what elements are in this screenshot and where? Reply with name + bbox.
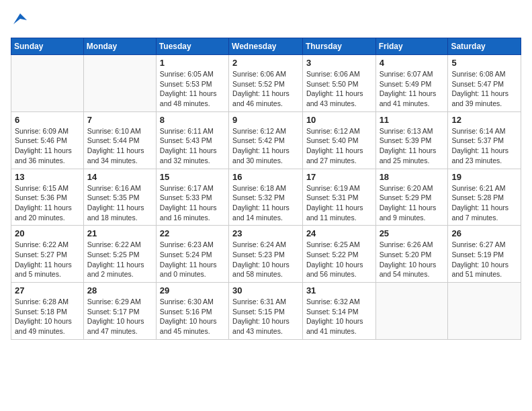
day-number: 19 bbox=[451, 172, 517, 182]
calendar-cell: 2Sunrise: 6:06 AM Sunset: 5:52 PM Daylig… bbox=[229, 55, 303, 112]
day-info: Sunrise: 6:12 AM Sunset: 5:40 PM Dayligh… bbox=[306, 126, 372, 166]
calendar-week-row: 6Sunrise: 6:09 AM Sunset: 5:46 PM Daylig… bbox=[11, 111, 521, 169]
calendar-cell bbox=[83, 55, 156, 112]
day-number: 28 bbox=[87, 285, 152, 295]
day-number: 15 bbox=[160, 172, 225, 182]
weekday-header-tuesday: Tuesday bbox=[156, 38, 228, 55]
calendar-week-row: 13Sunrise: 6:15 AM Sunset: 5:36 PM Dayli… bbox=[11, 169, 521, 226]
day-info: Sunrise: 6:07 AM Sunset: 5:49 PM Dayligh… bbox=[380, 69, 445, 109]
day-number: 21 bbox=[87, 228, 152, 238]
day-info: Sunrise: 6:25 AM Sunset: 5:22 PM Dayligh… bbox=[306, 240, 372, 279]
calendar-cell: 7Sunrise: 6:10 AM Sunset: 5:44 PM Daylig… bbox=[83, 111, 156, 169]
day-info: Sunrise: 6:16 AM Sunset: 5:35 PM Dayligh… bbox=[87, 183, 152, 223]
day-number: 7 bbox=[87, 115, 152, 125]
day-number: 30 bbox=[232, 285, 299, 295]
calendar-cell: 19Sunrise: 6:21 AM Sunset: 5:28 PM Dayli… bbox=[448, 169, 521, 226]
calendar-cell: 21Sunrise: 6:22 AM Sunset: 5:25 PM Dayli… bbox=[83, 226, 156, 283]
day-number: 5 bbox=[451, 58, 517, 68]
calendar-cell: 16Sunrise: 6:18 AM Sunset: 5:32 PM Dayli… bbox=[229, 169, 303, 226]
day-number: 4 bbox=[380, 58, 445, 68]
day-info: Sunrise: 6:20 AM Sunset: 5:29 PM Dayligh… bbox=[380, 183, 445, 223]
calendar-cell: 15Sunrise: 6:17 AM Sunset: 5:33 PM Dayli… bbox=[156, 169, 228, 226]
day-number: 13 bbox=[15, 172, 80, 182]
calendar-cell: 8Sunrise: 6:11 AM Sunset: 5:43 PM Daylig… bbox=[156, 111, 228, 169]
day-number: 25 bbox=[380, 228, 445, 238]
calendar-cell: 22Sunrise: 6:23 AM Sunset: 5:24 PM Dayli… bbox=[156, 226, 228, 283]
weekday-header-row: SundayMondayTuesdayWednesdayThursdayFrid… bbox=[11, 38, 521, 55]
calendar-cell: 31Sunrise: 6:32 AM Sunset: 5:14 PM Dayli… bbox=[302, 283, 375, 340]
calendar-cell: 28Sunrise: 6:29 AM Sunset: 5:17 PM Dayli… bbox=[83, 283, 156, 340]
logo bbox=[11, 11, 32, 30]
day-info: Sunrise: 6:06 AM Sunset: 5:50 PM Dayligh… bbox=[306, 69, 372, 109]
day-info: Sunrise: 6:26 AM Sunset: 5:20 PM Dayligh… bbox=[380, 240, 445, 279]
calendar-cell: 10Sunrise: 6:12 AM Sunset: 5:40 PM Dayli… bbox=[302, 111, 375, 169]
calendar-cell: 4Sunrise: 6:07 AM Sunset: 5:49 PM Daylig… bbox=[375, 55, 448, 112]
day-info: Sunrise: 6:21 AM Sunset: 5:28 PM Dayligh… bbox=[451, 183, 517, 223]
day-info: Sunrise: 6:24 AM Sunset: 5:23 PM Dayligh… bbox=[232, 240, 299, 279]
calendar-cell: 5Sunrise: 6:08 AM Sunset: 5:47 PM Daylig… bbox=[448, 55, 521, 112]
svg-marker-0 bbox=[13, 13, 27, 24]
day-number: 6 bbox=[15, 115, 80, 125]
day-info: Sunrise: 6:10 AM Sunset: 5:44 PM Dayligh… bbox=[87, 126, 152, 166]
day-number: 26 bbox=[451, 228, 517, 238]
calendar-cell: 25Sunrise: 6:26 AM Sunset: 5:20 PM Dayli… bbox=[375, 226, 448, 283]
day-number: 31 bbox=[306, 285, 372, 295]
calendar-cell: 27Sunrise: 6:28 AM Sunset: 5:18 PM Dayli… bbox=[11, 283, 84, 340]
calendar-cell: 17Sunrise: 6:19 AM Sunset: 5:31 PM Dayli… bbox=[302, 169, 375, 226]
calendar-cell: 11Sunrise: 6:13 AM Sunset: 5:39 PM Dayli… bbox=[375, 111, 448, 169]
calendar-cell: 6Sunrise: 6:09 AM Sunset: 5:46 PM Daylig… bbox=[11, 111, 84, 169]
day-number: 27 bbox=[15, 285, 80, 295]
calendar-cell: 9Sunrise: 6:12 AM Sunset: 5:42 PM Daylig… bbox=[229, 111, 303, 169]
day-number: 8 bbox=[160, 115, 225, 125]
day-info: Sunrise: 6:22 AM Sunset: 5:27 PM Dayligh… bbox=[15, 240, 80, 279]
day-number: 3 bbox=[306, 58, 372, 68]
calendar-cell bbox=[375, 283, 448, 340]
day-info: Sunrise: 6:22 AM Sunset: 5:25 PM Dayligh… bbox=[87, 240, 152, 279]
day-number: 11 bbox=[380, 115, 445, 125]
weekday-header-saturday: Saturday bbox=[448, 38, 521, 55]
calendar-table: SundayMondayTuesdayWednesdayThursdayFrid… bbox=[11, 38, 521, 340]
day-number: 16 bbox=[232, 172, 299, 182]
calendar-cell bbox=[11, 55, 84, 112]
day-info: Sunrise: 6:17 AM Sunset: 5:33 PM Dayligh… bbox=[160, 183, 225, 223]
day-number: 22 bbox=[160, 228, 225, 238]
calendar-cell: 29Sunrise: 6:30 AM Sunset: 5:16 PM Dayli… bbox=[156, 283, 228, 340]
day-number: 12 bbox=[451, 115, 517, 125]
day-info: Sunrise: 6:30 AM Sunset: 5:16 PM Dayligh… bbox=[160, 297, 225, 336]
day-info: Sunrise: 6:14 AM Sunset: 5:37 PM Dayligh… bbox=[451, 126, 517, 166]
day-number: 14 bbox=[87, 172, 152, 182]
calendar-cell: 18Sunrise: 6:20 AM Sunset: 5:29 PM Dayli… bbox=[375, 169, 448, 226]
weekday-header-sunday: Sunday bbox=[11, 38, 84, 55]
calendar-cell: 30Sunrise: 6:31 AM Sunset: 5:15 PM Dayli… bbox=[229, 283, 303, 340]
weekday-header-monday: Monday bbox=[83, 38, 156, 55]
day-info: Sunrise: 6:06 AM Sunset: 5:52 PM Dayligh… bbox=[232, 69, 299, 109]
calendar-cell: 12Sunrise: 6:14 AM Sunset: 5:37 PM Dayli… bbox=[448, 111, 521, 169]
calendar-week-row: 1Sunrise: 6:05 AM Sunset: 5:53 PM Daylig… bbox=[11, 55, 521, 112]
calendar-cell: 14Sunrise: 6:16 AM Sunset: 5:35 PM Dayli… bbox=[83, 169, 156, 226]
day-info: Sunrise: 6:11 AM Sunset: 5:43 PM Dayligh… bbox=[160, 126, 225, 166]
day-info: Sunrise: 6:05 AM Sunset: 5:53 PM Dayligh… bbox=[160, 69, 225, 109]
day-info: Sunrise: 6:15 AM Sunset: 5:36 PM Dayligh… bbox=[15, 183, 80, 223]
day-info: Sunrise: 6:19 AM Sunset: 5:31 PM Dayligh… bbox=[306, 183, 372, 223]
calendar-cell: 3Sunrise: 6:06 AM Sunset: 5:50 PM Daylig… bbox=[302, 55, 375, 112]
calendar-cell: 24Sunrise: 6:25 AM Sunset: 5:22 PM Dayli… bbox=[302, 226, 375, 283]
day-info: Sunrise: 6:23 AM Sunset: 5:24 PM Dayligh… bbox=[160, 240, 225, 279]
day-info: Sunrise: 6:29 AM Sunset: 5:17 PM Dayligh… bbox=[87, 297, 152, 336]
day-info: Sunrise: 6:31 AM Sunset: 5:15 PM Dayligh… bbox=[232, 297, 299, 336]
day-info: Sunrise: 6:32 AM Sunset: 5:14 PM Dayligh… bbox=[306, 297, 372, 336]
day-info: Sunrise: 6:28 AM Sunset: 5:18 PM Dayligh… bbox=[15, 297, 80, 336]
day-number: 17 bbox=[306, 172, 372, 182]
day-number: 1 bbox=[160, 58, 225, 68]
calendar-cell bbox=[448, 283, 521, 340]
weekday-header-wednesday: Wednesday bbox=[229, 38, 303, 55]
page-header bbox=[11, 11, 521, 30]
logo-bird-icon bbox=[11, 11, 30, 30]
day-number: 10 bbox=[306, 115, 372, 125]
day-number: 24 bbox=[306, 228, 372, 238]
day-info: Sunrise: 6:09 AM Sunset: 5:46 PM Dayligh… bbox=[15, 126, 80, 166]
weekday-header-friday: Friday bbox=[375, 38, 448, 55]
calendar-cell: 13Sunrise: 6:15 AM Sunset: 5:36 PM Dayli… bbox=[11, 169, 84, 226]
day-info: Sunrise: 6:27 AM Sunset: 5:19 PM Dayligh… bbox=[451, 240, 517, 279]
day-number: 9 bbox=[232, 115, 299, 125]
calendar-cell: 1Sunrise: 6:05 AM Sunset: 5:53 PM Daylig… bbox=[156, 55, 228, 112]
